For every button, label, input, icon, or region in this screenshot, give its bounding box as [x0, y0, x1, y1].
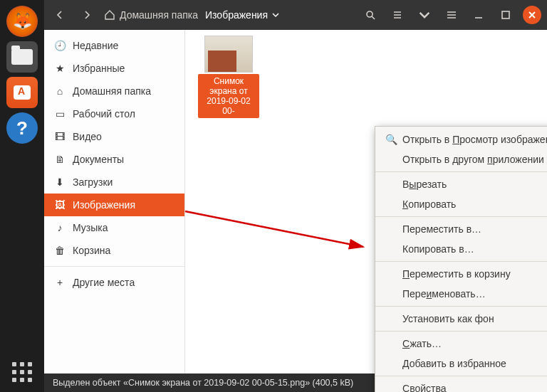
view-options-button[interactable]	[415, 5, 434, 25]
menu-label: Переместить в…	[402, 223, 547, 235]
sidebar-item-label: Избранные	[73, 63, 125, 74]
breadcrumb-home[interactable]: Домашняя папка	[104, 9, 198, 21]
sidebar-item-desktop[interactable]: ▭Рабочий стол	[44, 102, 184, 125]
sidebar-item-label: Недавние	[73, 40, 118, 51]
launcher-help[interactable]: ?	[6, 112, 38, 144]
status-text: Выделен объект «Снимок экрана от 2019-09…	[53, 378, 353, 388]
sidebar-item-recent[interactable]: 🕘Недавние	[44, 34, 184, 57]
menu-properties[interactable]: СвойстваCtrl+I	[375, 378, 547, 392]
breadcrumb-current-label: Изображения	[205, 9, 268, 21]
breadcrumb-current[interactable]: Изображения	[205, 9, 279, 21]
trash-icon: 🗑	[54, 245, 66, 256]
chevron-down-icon	[272, 11, 279, 18]
open-icon: 🔍	[385, 134, 397, 145]
sidebar-item-label: Документы	[73, 154, 124, 165]
sidebar-item-favorites[interactable]: ★Избранные	[44, 57, 184, 80]
context-menu: 🔍 Открыть в Просмотр изображений Return …	[375, 126, 547, 392]
breadcrumb-home-label: Домашняя папка	[120, 9, 198, 21]
close-button[interactable]	[523, 6, 541, 24]
svg-rect-1	[502, 11, 509, 18]
sidebar-item-label: Домашняя папка	[73, 85, 151, 97]
home-icon	[104, 9, 115, 21]
desktop-icon: ▭	[54, 108, 66, 120]
image-icon: 🖼	[54, 199, 66, 211]
sidebar-item-label: Рабочий стол	[73, 108, 135, 120]
file-name: Снимок экрана от 2019-09-02 00-	[198, 74, 259, 118]
home-icon: ⌂	[54, 85, 66, 97]
menu-open-other[interactable]: Открыть в другом приложении	[375, 149, 547, 169]
star-icon: ★	[54, 63, 66, 74]
titlebar: Домашняя папка Изображения	[44, 0, 547, 30]
back-button[interactable]	[50, 5, 70, 25]
sidebar-item-label: Другие места	[73, 277, 135, 288]
view-list-button[interactable]	[387, 5, 407, 25]
menu-open-viewer[interactable]: 🔍 Открыть в Просмотр изображений Return	[375, 129, 547, 149]
launcher-firefox[interactable]: 🦊	[6, 6, 38, 37]
launcher: 🦊 ?	[0, 0, 44, 392]
launcher-software-center[interactable]	[6, 77, 38, 108]
menu-label: Открыть в Просмотр изображений	[402, 134, 547, 145]
file-item[interactable]: Снимок экрана от 2019-09-02 00-	[198, 36, 259, 118]
sidebar-item-trash[interactable]: 🗑Корзина	[44, 239, 184, 262]
sidebar-item-label: Изображения	[73, 199, 135, 211]
file-manager-window: Домашняя папка Изображения 🕘Недавние ★Из…	[44, 0, 547, 392]
menu-label: Вырезать	[402, 179, 547, 190]
sidebar: 🕘Недавние ★Избранные ⌂Домашняя папка ▭Ра…	[44, 30, 185, 374]
video-icon: 🎞	[54, 131, 66, 142]
sidebar-item-documents[interactable]: 🗎Документы	[44, 148, 184, 171]
sidebar-item-music[interactable]: ♪Музыка	[44, 216, 184, 239]
menu-label: Переименовать…	[402, 288, 547, 300]
menu-cut[interactable]: ВырезатьCtrl+X	[375, 174, 547, 194]
minimize-button[interactable]	[469, 5, 489, 25]
menu-label: Открыть в другом приложении	[402, 154, 547, 165]
clock-icon: 🕘	[54, 40, 66, 51]
menu-label: Установить как фон	[402, 313, 547, 324]
download-icon: ⬇	[54, 176, 66, 188]
sidebar-item-home[interactable]: ⌂Домашняя папка	[44, 80, 184, 102]
menu-label: Копировать	[402, 198, 547, 210]
menu-label: Копировать в…	[402, 243, 547, 255]
sidebar-item-videos[interactable]: 🎞Видео	[44, 125, 184, 148]
menu-set-background[interactable]: Установить как фон	[375, 309, 547, 329]
menu-move-trash[interactable]: Переместить в корзинуDelete	[375, 264, 547, 284]
menu-label: Переместить в корзину	[402, 268, 547, 280]
menu-copy[interactable]: КопироватьCtrl+C	[375, 194, 547, 214]
file-thumbnail	[204, 36, 253, 73]
menu-label: Добавить в избранное	[402, 358, 547, 369]
sidebar-item-pictures[interactable]: 🖼Изображения	[44, 194, 184, 216]
sidebar-item-downloads[interactable]: ⬇Загрузки	[44, 171, 184, 194]
music-icon: ♪	[54, 222, 66, 233]
annotation-arrow	[178, 204, 385, 254]
sidebar-item-label: Корзина	[73, 245, 110, 256]
hamburger-menu-button[interactable]	[442, 5, 462, 25]
sidebar-item-label: Видео	[73, 131, 102, 142]
sidebar-item-label: Загрузки	[73, 176, 113, 188]
plus-icon: +	[54, 277, 66, 288]
forward-button[interactable]	[77, 5, 97, 25]
menu-compress[interactable]: Сжать…	[375, 334, 547, 354]
menu-add-favorite[interactable]: Добавить в избранное	[375, 354, 547, 374]
document-icon: 🗎	[54, 154, 66, 165]
menu-rename[interactable]: Переименовать…F2	[375, 284, 547, 304]
apps-grid-icon[interactable]	[12, 362, 32, 382]
sidebar-item-other-places[interactable]: +Другие места	[44, 271, 184, 294]
menu-move-to[interactable]: Переместить в…	[375, 219, 547, 239]
menu-label: Сжать…	[402, 338, 547, 349]
search-button[interactable]	[360, 5, 380, 25]
menu-copy-to[interactable]: Копировать в…	[375, 239, 547, 259]
menu-label: Свойства	[402, 383, 547, 392]
svg-line-2	[185, 211, 363, 247]
file-grid[interactable]: Снимок экрана от 2019-09-02 00- 🔍 Открыт…	[185, 30, 547, 374]
maximize-button[interactable]	[496, 5, 516, 25]
sidebar-item-label: Музыка	[73, 222, 108, 233]
svg-point-0	[367, 11, 373, 17]
launcher-files[interactable]	[6, 41, 38, 73]
